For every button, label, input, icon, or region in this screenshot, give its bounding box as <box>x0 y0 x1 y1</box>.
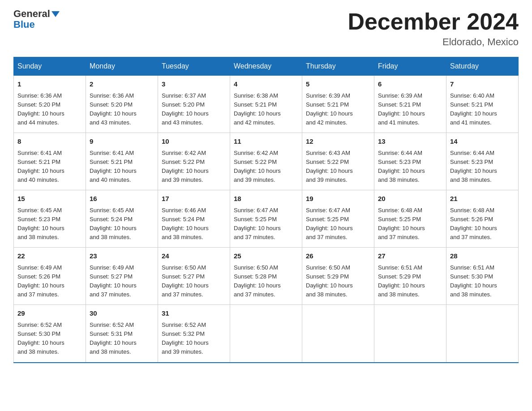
calendar-week-row: 29Sunrise: 6:52 AMSunset: 5:30 PMDayligh… <box>14 305 519 363</box>
calendar-cell: 8Sunrise: 6:41 AMSunset: 5:21 PMDaylight… <box>14 133 86 190</box>
title-area: December 2024 Eldorado, Mexico <box>348 9 519 48</box>
day-info: Sunrise: 6:37 AMSunset: 5:20 PMDaylight:… <box>162 91 226 128</box>
calendar-cell: 18Sunrise: 6:47 AMSunset: 5:25 PMDayligh… <box>230 190 302 248</box>
calendar-header-saturday: Saturday <box>446 57 519 75</box>
day-info: Sunrise: 6:47 AMSunset: 5:25 PMDaylight:… <box>306 206 370 242</box>
day-number: 18 <box>234 194 298 204</box>
page-header: General Blue December 2024 Eldorado, Mex… <box>13 9 519 48</box>
day-info: Sunrise: 6:49 AMSunset: 5:26 PMDaylight:… <box>17 263 82 300</box>
day-info: Sunrise: 6:50 AMSunset: 5:28 PMDaylight:… <box>234 263 298 300</box>
calendar-cell: 30Sunrise: 6:52 AMSunset: 5:31 PMDayligh… <box>86 305 158 363</box>
day-number: 20 <box>378 194 442 204</box>
day-number: 6 <box>378 79 442 90</box>
calendar-cell: 7Sunrise: 6:40 AMSunset: 5:21 PMDaylight… <box>446 75 519 133</box>
calendar-header-wednesday: Wednesday <box>230 57 302 75</box>
day-info: Sunrise: 6:48 AMSunset: 5:25 PMDaylight:… <box>378 206 442 242</box>
calendar-header-tuesday: Tuesday <box>158 57 230 75</box>
calendar-cell <box>446 305 519 363</box>
day-number: 15 <box>17 194 82 204</box>
calendar-week-row: 8Sunrise: 6:41 AMSunset: 5:21 PMDaylight… <box>14 133 519 190</box>
calendar-cell: 22Sunrise: 6:49 AMSunset: 5:26 PMDayligh… <box>14 248 86 305</box>
calendar-cell: 24Sunrise: 6:50 AMSunset: 5:27 PMDayligh… <box>158 248 230 305</box>
day-number: 16 <box>90 194 154 204</box>
day-number: 19 <box>306 194 370 204</box>
calendar-header-monday: Monday <box>86 57 158 75</box>
day-info: Sunrise: 6:50 AMSunset: 5:27 PMDaylight:… <box>162 263 226 300</box>
calendar-cell: 20Sunrise: 6:48 AMSunset: 5:25 PMDayligh… <box>374 190 446 248</box>
day-number: 4 <box>234 79 298 90</box>
calendar-header-sunday: Sunday <box>14 57 86 75</box>
logo: General Blue <box>13 9 60 30</box>
day-number: 22 <box>17 251 82 261</box>
day-info: Sunrise: 6:39 AMSunset: 5:21 PMDaylight:… <box>378 91 442 128</box>
day-info: Sunrise: 6:42 AMSunset: 5:22 PMDaylight:… <box>162 149 226 185</box>
day-number: 9 <box>90 137 154 147</box>
calendar-cell: 6Sunrise: 6:39 AMSunset: 5:21 PMDaylight… <box>374 75 446 133</box>
calendar-cell: 2Sunrise: 6:36 AMSunset: 5:20 PMDaylight… <box>86 75 158 133</box>
day-number: 14 <box>450 137 515 147</box>
day-number: 29 <box>17 308 82 319</box>
day-number: 25 <box>234 251 298 261</box>
calendar-cell <box>302 305 374 363</box>
day-info: Sunrise: 6:40 AMSunset: 5:21 PMDaylight:… <box>450 91 515 128</box>
calendar-cell: 23Sunrise: 6:49 AMSunset: 5:27 PMDayligh… <box>86 248 158 305</box>
day-info: Sunrise: 6:42 AMSunset: 5:22 PMDaylight:… <box>234 149 298 185</box>
calendar-cell: 14Sunrise: 6:44 AMSunset: 5:23 PMDayligh… <box>446 133 519 190</box>
calendar-cell: 12Sunrise: 6:43 AMSunset: 5:22 PMDayligh… <box>302 133 374 190</box>
calendar-table: SundayMondayTuesdayWednesdayThursdayFrid… <box>13 57 519 363</box>
day-number: 28 <box>450 251 515 261</box>
calendar-cell: 17Sunrise: 6:46 AMSunset: 5:24 PMDayligh… <box>158 190 230 248</box>
day-number: 2 <box>90 79 154 90</box>
calendar-cell: 31Sunrise: 6:52 AMSunset: 5:32 PMDayligh… <box>158 305 230 363</box>
day-info: Sunrise: 6:49 AMSunset: 5:27 PMDaylight:… <box>90 263 154 300</box>
logo-blue: Blue <box>13 19 35 30</box>
day-info: Sunrise: 6:52 AMSunset: 5:30 PMDaylight:… <box>17 321 82 357</box>
day-info: Sunrise: 6:45 AMSunset: 5:23 PMDaylight:… <box>17 206 82 242</box>
day-number: 8 <box>17 137 82 147</box>
calendar-header-row: SundayMondayTuesdayWednesdayThursdayFrid… <box>14 57 519 75</box>
calendar-cell: 5Sunrise: 6:39 AMSunset: 5:21 PMDaylight… <box>302 75 374 133</box>
calendar-cell: 11Sunrise: 6:42 AMSunset: 5:22 PMDayligh… <box>230 133 302 190</box>
calendar-cell: 4Sunrise: 6:38 AMSunset: 5:21 PMDaylight… <box>230 75 302 133</box>
day-number: 24 <box>162 251 226 261</box>
day-number: 31 <box>162 308 226 319</box>
calendar-cell: 15Sunrise: 6:45 AMSunset: 5:23 PMDayligh… <box>14 190 86 248</box>
day-number: 27 <box>378 251 442 261</box>
month-title: December 2024 <box>348 9 519 34</box>
calendar-cell: 28Sunrise: 6:51 AMSunset: 5:30 PMDayligh… <box>446 248 519 305</box>
day-info: Sunrise: 6:52 AMSunset: 5:32 PMDaylight:… <box>162 321 226 357</box>
day-number: 13 <box>378 137 442 147</box>
day-number: 3 <box>162 79 226 90</box>
calendar-cell: 21Sunrise: 6:48 AMSunset: 5:26 PMDayligh… <box>446 190 519 248</box>
day-number: 10 <box>162 137 226 147</box>
logo-general: General <box>13 8 60 19</box>
calendar-cell: 29Sunrise: 6:52 AMSunset: 5:30 PMDayligh… <box>14 305 86 363</box>
day-info: Sunrise: 6:47 AMSunset: 5:25 PMDaylight:… <box>234 206 298 242</box>
calendar-cell: 16Sunrise: 6:45 AMSunset: 5:24 PMDayligh… <box>86 190 158 248</box>
calendar-cell <box>374 305 446 363</box>
day-number: 21 <box>450 194 515 204</box>
day-info: Sunrise: 6:38 AMSunset: 5:21 PMDaylight:… <box>234 91 298 128</box>
day-number: 30 <box>90 308 154 319</box>
day-number: 12 <box>306 137 370 147</box>
day-info: Sunrise: 6:46 AMSunset: 5:24 PMDaylight:… <box>162 206 226 242</box>
day-number: 1 <box>17 79 82 90</box>
calendar-cell: 25Sunrise: 6:50 AMSunset: 5:28 PMDayligh… <box>230 248 302 305</box>
calendar-week-row: 22Sunrise: 6:49 AMSunset: 5:26 PMDayligh… <box>14 248 519 305</box>
calendar-cell: 1Sunrise: 6:36 AMSunset: 5:20 PMDaylight… <box>14 75 86 133</box>
day-info: Sunrise: 6:50 AMSunset: 5:29 PMDaylight:… <box>306 263 370 300</box>
calendar-week-row: 1Sunrise: 6:36 AMSunset: 5:20 PMDaylight… <box>14 75 519 133</box>
day-info: Sunrise: 6:43 AMSunset: 5:22 PMDaylight:… <box>306 149 370 185</box>
calendar-cell: 26Sunrise: 6:50 AMSunset: 5:29 PMDayligh… <box>302 248 374 305</box>
day-info: Sunrise: 6:52 AMSunset: 5:31 PMDaylight:… <box>90 321 154 357</box>
calendar-cell: 9Sunrise: 6:41 AMSunset: 5:21 PMDaylight… <box>86 133 158 190</box>
day-number: 11 <box>234 137 298 147</box>
day-number: 26 <box>306 251 370 261</box>
day-info: Sunrise: 6:48 AMSunset: 5:26 PMDaylight:… <box>450 206 515 242</box>
day-number: 7 <box>450 79 515 90</box>
calendar-header-friday: Friday <box>374 57 446 75</box>
day-info: Sunrise: 6:44 AMSunset: 5:23 PMDaylight:… <box>378 149 442 185</box>
day-number: 5 <box>306 79 370 90</box>
day-info: Sunrise: 6:39 AMSunset: 5:21 PMDaylight:… <box>306 91 370 128</box>
day-number: 17 <box>162 194 226 204</box>
